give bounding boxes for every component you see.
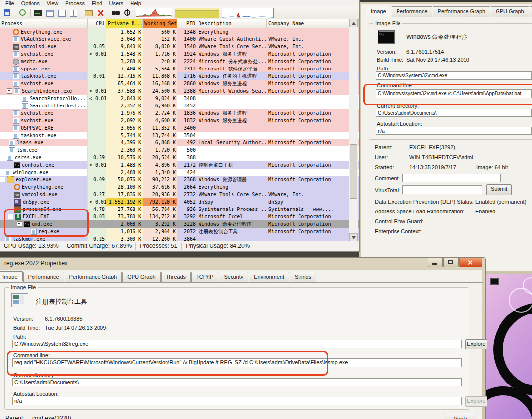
reg-tab-security[interactable]: Security [219,272,248,282]
path-field[interactable]: C:\Windows\System32\cmd.exe [376,71,532,80]
process-row-sppsvc-exe[interactable]: sppsvc.exe7,404 K5,564 K2312Microsoft 软件… [0,65,359,72]
path-field[interactable]: C:\Windows\System32\reg.exe [12,340,462,348]
find-handle-icon[interactable] [110,8,121,18]
pid-cell: 1348 [177,28,197,35]
close-button[interactable] [459,258,482,267]
column-header-working-set[interactable]: Working Set [143,19,177,28]
process-row-vmtoolsd-exe[interactable]: vmvmtoolsd.exe0.2717,836 K20,936 K2732VM… [0,191,359,198]
process-row-procexp64-exe[interactable]: procexp64.exe4.7837,768 K56,784 K936Sysi… [0,206,359,213]
vertical-scrollbar[interactable] [349,19,358,242]
process-row-reg-exe[interactable]: reg.exe1,016 K2,964 K2072注册表控制台工具Microso… [0,228,359,235]
process-row-dnspy-exe[interactable]: dnSpy.exe< 0.011,552,192 K792,128 K4052d… [0,198,359,206]
process-row-everything-exe[interactable]: Everything.exe1,652 K560 K1348Everything [0,28,359,35]
autostart-location-field[interactable]: n/a [376,127,532,135]
process-row-vmtoolsd-exe[interactable]: vmvmtoolsd.exe0.059,840 K8,020 K1540VMwa… [0,43,359,50]
menu-item-users[interactable]: Users [105,0,127,6]
process-row-svchost-exe[interactable]: svchost.exe65,464 K16,168 K2860Windows 服… [0,80,359,87]
column-header-company-name[interactable]: Company Name [267,19,359,28]
autostart-location-field[interactable]: n/a [12,397,462,405]
column-header-pid[interactable]: PID [177,19,197,28]
process-row-taskhost-exe[interactable]: taskhost.exe5,744 K13,744 K3504 [0,132,359,139]
column-header-description[interactable]: Description [197,19,267,28]
reg-tab-tcp-ip[interactable]: TCP/IP [191,272,218,282]
comment-input[interactable] [402,174,501,182]
current-directory-field[interactable]: C:\Users\admi\Documents\ [376,109,532,117]
process-row-lsass-exe[interactable]: lsass.exe4,396 K6,868 K492Local Security… [0,139,359,146]
process-row-vgauthservice-exe[interactable]: VGAuthService.exe3,048 K152 K1400VMware … [0,35,359,43]
submit-button[interactable]: Submit [486,184,512,195]
path-label: Path: [377,66,390,71]
process-row-searchindexer-exe[interactable]: SearchIndexer.exe< 0.0137,588 K24,500 K2… [0,87,359,95]
command-line-field[interactable]: reg add "HKCU\SOFTWARE\Microsoft\Windows… [12,358,462,367]
process-row-svchost-exe[interactable]: svchost.exe< 0.011,548 K1,716 K1924Windo… [0,50,359,58]
process-row-cmd-exe[interactable]: C:\cmd.exe2,008 K3,292 K3228Windows 命令处理… [0,220,359,228]
menu-item-view[interactable]: View [43,0,62,6]
reg-tab-gpu-graph[interactable]: GPU Graph [122,272,160,282]
cmd-tab-gpu-graph[interactable]: GPU Graph [491,6,529,17]
column-headers[interactable]: ProcessCPUPrivate B...Working SetPIDDesc… [0,19,359,28]
commit-history-graph[interactable] [175,8,219,18]
verify-button[interactable]: Verify [444,413,477,419]
current-directory-field[interactable]: C:\Users\admi\Documents\ [12,378,462,386]
tree-expander[interactable] [0,177,5,182]
process-row-osppsvc-exe[interactable]: OSPPSVC.EXE3,056 K11,352 K3400 [0,124,359,132]
process-row-svchost-exe[interactable]: svchost.exe1,976 K2,724 K1836Windows 服务主… [0,109,359,117]
cmd-tab-threads[interactable]: Threads [530,6,532,17]
tree-expander[interactable] [0,155,5,160]
reg-tab-performance[interactable]: Performance [23,272,64,282]
cmd-tab-image[interactable]: Image [366,6,391,16]
process-row-excel-exe[interactable]: XEXCEL.EXE0.0373,780 K134,712 K3292Micro… [0,213,359,220]
column-header-process[interactable]: Process [0,19,88,28]
process-row-conhost-exe[interactable]: C:\conhost.exe< 0.011,488 K4,896 K2172控制… [0,161,359,169]
process-row-searchfilterhost-[interactable]: SearchFilterHost...2,352 K6,960 K3452 [0,102,359,109]
tree-expander[interactable] [7,88,12,94]
save-icon[interactable] [2,8,13,18]
tree-expander[interactable] [8,214,13,219]
process-row-taskhost-exe[interactable]: taskhost.exe0.0112,716 K11,868 K2716Wind… [0,72,359,80]
cpu-history-graph[interactable] [136,8,172,18]
menu-item-options[interactable]: Options [18,0,43,6]
menu-item-help[interactable]: Help [127,0,145,6]
column-header-private-b-[interactable]: Private B... [106,19,143,28]
maximize-button[interactable] [443,258,459,267]
process-row-explorer-exe[interactable]: explorer.exe0.0950,076 K90,212 K2368Wind… [0,176,359,183]
refresh-icon[interactable] [17,8,28,18]
cmd-tab-performance-graph[interactable]: Performance Graph [433,6,491,17]
process-row-csrss-exe[interactable]: csrss.exe0.5910,576 K20,524 K388 [0,154,359,161]
explore-button[interactable]: Explore [466,339,487,349]
process-row-winlogon-exe[interactable]: winlogon.exe2,488 K1,340 K424 [0,169,359,176]
show-lower-pane-icon[interactable] [56,8,67,18]
menu-item-file[interactable]: File [2,0,18,6]
process-row-lsm-exe[interactable]: lsm.exe2,360 K1,720 K500 [0,146,359,154]
reg-tab-performance-graph[interactable]: Performance Graph [65,272,122,282]
command-line-field[interactable]: C:\Windows\system32\cmd.exe /c C:\Users\… [376,89,532,98]
reg-tab-image[interactable]: Image [0,271,23,281]
properties-icon[interactable] [83,8,94,18]
find-window-target-icon[interactable] [122,8,133,18]
show-process-tree-icon[interactable] [44,8,55,18]
working-set-cell: 13,744 K [143,132,177,139]
process-name: OSPPSVC.EXE [21,124,53,132]
reg-tab-strings[interactable]: Strings [290,272,316,282]
view-dlls-icon[interactable] [68,8,79,18]
process-row-msdtc-exe[interactable]: msdtc.exe3,288 K240 K2224Microsoft 分布式事务… [0,58,359,65]
process-row-svchost-exe[interactable]: svchost.exe2,092 K4,600 K1832Windows 服务主… [0,117,359,124]
tree-expander[interactable] [17,221,22,227]
reg-tab-environment[interactable]: Environment [249,272,289,282]
process-row-searchprotocolho-[interactable]: SearchProtocolHo...< 0.012,840 K9,024 K3… [0,95,359,102]
reg-tab-threads[interactable]: Threads [161,272,191,282]
minimize-button[interactable] [428,258,443,267]
menu-item-find[interactable]: Find [88,0,105,6]
cmd-tab-performance[interactable]: Performance [392,6,432,17]
io-history-graph[interactable] [222,8,274,18]
system-information-icon[interactable] [33,8,43,18]
kill-process-icon[interactable] [95,8,106,18]
private-bytes-cell: 37,588 K [106,87,143,95]
menu-item-process[interactable]: Process [62,0,88,6]
desktop-cmd-icon[interactable] [490,278,499,285]
column-header-cpu[interactable]: CPU [88,19,106,28]
process-row-everything-exe[interactable]: Everything.exe28,100 K37,616 K2664Everyt… [0,183,359,191]
scrollbar-thumb[interactable] [350,144,357,199]
virustotal-input[interactable] [402,185,482,194]
scroll-up-arrow[interactable] [349,19,358,27]
